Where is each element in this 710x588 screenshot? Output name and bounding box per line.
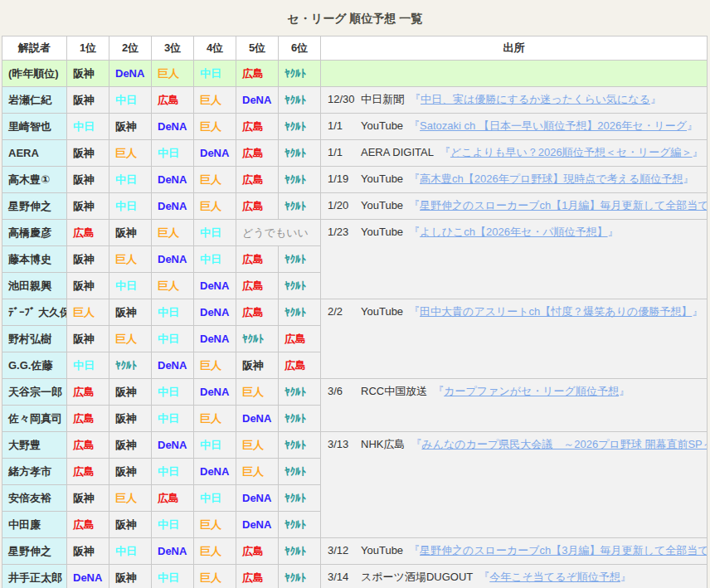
rank-cell: DeNA (194, 459, 236, 485)
rank-cell: 広島 (67, 379, 109, 406)
source-outlet: YouTube (361, 173, 403, 185)
rank-cell: ﾔｸﾙﾄ (279, 114, 321, 140)
rank-cell: DeNA (194, 140, 236, 167)
rank-cell: 阪神 (67, 273, 109, 299)
rank-cell: DeNA (152, 167, 194, 193)
rank-cell: 広島 (67, 406, 109, 432)
source-date: 3/14 (328, 565, 361, 588)
rank-cell: ﾔｸﾙﾄ (279, 406, 321, 432)
source-cell: 1/1YouTube『Satozaki ch 【日本一早い順位予想】2026年セ… (321, 114, 708, 140)
source-outlet: 中日新聞 (361, 93, 404, 105)
rank-cell: 巨人 (194, 512, 236, 538)
rank-cell: DeNA (67, 565, 109, 588)
rank-cell: 阪神 (109, 459, 152, 485)
source-link[interactable]: 『高木豊ch【2026年プロ野球】現時点で考える順位予想』 (409, 173, 693, 185)
source-link[interactable]: 『カープファンがセ・リーグ順位予想』 (433, 385, 630, 397)
source-outlet: YouTube (361, 199, 403, 211)
column-header-6: 6位 (279, 36, 321, 61)
rank-cell: 中日 (109, 167, 152, 193)
rank-cell: 巨人 (109, 485, 152, 512)
rank-cell: 阪神 (109, 379, 152, 406)
table-row: 高橋慶彦広島阪神巨人中日どうでもいい1/23YouTube『よしひこch【202… (2, 220, 708, 246)
column-header-1: 1位 (67, 36, 109, 61)
rank-cell: 中日 (194, 485, 236, 512)
rank-cell: 広島 (279, 352, 321, 379)
commentator-cell: 高木豊① (2, 167, 67, 193)
table-row: 井手正太郎DeNA阪神中日巨人広島ﾔｸﾙﾄ3/14スポーツ酒場DUGOUT『今年… (2, 565, 708, 588)
source-cell: 1/20YouTube『星野伸之のスローカーブch【1月編】毎月更新して全部当て… (321, 193, 708, 220)
source-cell: 1/23YouTube『よしひこch【2026年セ・パ順位予想】』 (321, 220, 708, 299)
rank-cell: 巨人 (236, 432, 279, 459)
column-header-0: 解説者 (2, 36, 67, 61)
column-header-5: 5位 (236, 36, 279, 61)
source-link[interactable]: 『どこよりも早い？2026順位予想＜セ・リーグ編＞』 (440, 146, 703, 158)
table-row: 大野豊広島阪神DeNA中日巨人ﾔｸﾙﾄ3/13NHK広島『みんなのカープ県民大会… (2, 432, 708, 459)
rank-cell: ﾔｸﾙﾄ (279, 512, 321, 538)
source-outlet: YouTube (361, 305, 403, 318)
source-link[interactable]: 『田中大貴のアスリートch【忖度？爆笑ありの優勝予想】』 (409, 305, 703, 318)
rank-cell: 阪神 (109, 299, 152, 326)
commentator-cell: 中田廉 (2, 512, 67, 538)
table-row: 天谷宗一郎広島阪神中日DeNA巨人ﾔｸﾙﾄ3/6RCC中国放送『カープファンがセ… (2, 379, 708, 406)
rank-cell: DeNA (152, 538, 194, 565)
rank-cell: ﾔｸﾙﾄ (279, 273, 321, 299)
rank-cell: 中日 (109, 273, 152, 299)
rank-cell: 中日 (152, 512, 194, 538)
rank-cell: ﾔｸﾙﾄ (109, 352, 152, 379)
rank-cell: 広島 (236, 167, 279, 193)
table-row: 里崎智也中日阪神DeNA巨人広島ﾔｸﾙﾄ1/1YouTube『Satozaki … (2, 114, 708, 140)
source-link[interactable]: 『星野伸之のスローカーブch【3月編】毎月更新して全部当てる』 (409, 544, 707, 556)
rank-cell: 巨人 (194, 352, 236, 379)
rank-cell: 中日 (67, 352, 109, 379)
rank-cell: DeNA (236, 87, 279, 114)
rank-cell: 阪神 (67, 61, 109, 87)
rank-cell: 巨人 (109, 140, 152, 167)
rank-cell: 巨人 (194, 167, 236, 193)
rank-cell: 広島 (236, 61, 279, 87)
source-cell: 1/1AERA DIGITAL『どこよりも早い？2026順位予想＜セ・リーグ編＞… (321, 140, 708, 167)
source-cell: 3/6RCC中国放送『カープファンがセ・リーグ順位予想』 (321, 379, 708, 432)
source-date: 3/6 (328, 379, 361, 403)
commentator-cell: 井手正太郎 (2, 565, 67, 588)
source-outlet: スポーツ酒場DUGOUT (361, 571, 473, 583)
rank-cell: 広島 (152, 87, 194, 114)
rank-cell: ﾔｸﾙﾄ (279, 246, 321, 273)
rank-cell: 中日 (194, 432, 236, 459)
source-date: 3/12 (328, 538, 361, 562)
rank-cell: DeNA (152, 114, 194, 140)
rank-cell: 広島 (67, 512, 109, 538)
rank-cell: DeNA (152, 352, 194, 379)
rank-cell: ﾔｸﾙﾄ (279, 140, 321, 167)
source-link[interactable]: 『今年こそ当てるぞ順位予想』 (479, 571, 631, 583)
rank-cell: 阪神 (67, 87, 109, 114)
source-outlet: RCC中国放送 (361, 385, 427, 397)
commentator-cell: 緒方孝市 (2, 459, 67, 485)
table-row: 星野伸之阪神中日DeNA巨人広島ﾔｸﾙﾄ3/12YouTube『星野伸之のスロー… (2, 538, 708, 565)
rank-cell: DeNA (109, 61, 152, 87)
commentator-cell: 大野豊 (2, 432, 67, 459)
source-date: 1/1 (328, 114, 361, 138)
rank-cell: 中日 (109, 538, 152, 565)
source-link[interactable]: 『Satozaki ch 【日本一早い順位予想】2026年セ・リーグ』 (409, 119, 698, 132)
source-cell: 3/14スポーツ酒場DUGOUT『今年こそ当てるぞ順位予想』 (321, 565, 708, 588)
commentator-cell: 天谷宗一郎 (2, 379, 67, 406)
rank-cell: 広島 (236, 114, 279, 140)
commentator-cell: 岩瀬仁紀 (2, 87, 67, 114)
rank-cell: 広島 (236, 538, 279, 565)
source-outlet: YouTube (361, 119, 403, 132)
rank-cell: 広島 (67, 220, 109, 246)
rank-cell: DeNA (194, 273, 236, 299)
table-header: 解説者1位2位3位4位5位6位出所 (2, 36, 708, 61)
rank-cell: 阪神 (109, 512, 152, 538)
rank-cell: 中日 (152, 379, 194, 406)
source-cell: 2/2YouTube『田中大貴のアスリートch【忖度？爆笑ありの優勝予想】』 (321, 299, 708, 379)
rank-cell: ﾔｸﾙﾄ (279, 193, 321, 220)
rank-cell: 広島 (152, 485, 194, 512)
source-link[interactable]: 『星野伸之のスローカーブch【1月編】毎月更新して全部当てる』 (409, 199, 707, 211)
source-link[interactable]: 『中日、実は優勝にするか迷ったくらい気になる』 (410, 93, 661, 105)
source-cell: 3/12YouTube『星野伸之のスローカーブch【3月編】毎月更新して全部当て… (321, 538, 708, 565)
source-link[interactable]: 『みんなのカープ県民大会議 ～2026プロ野球 開幕直前SP～』 (411, 438, 707, 450)
source-link[interactable]: 『よしひこch【2026年セ・パ順位予想】』 (409, 226, 618, 238)
rank-cell: 巨人 (109, 326, 152, 352)
rank-cell: ﾔｸﾙﾄ (279, 485, 321, 512)
